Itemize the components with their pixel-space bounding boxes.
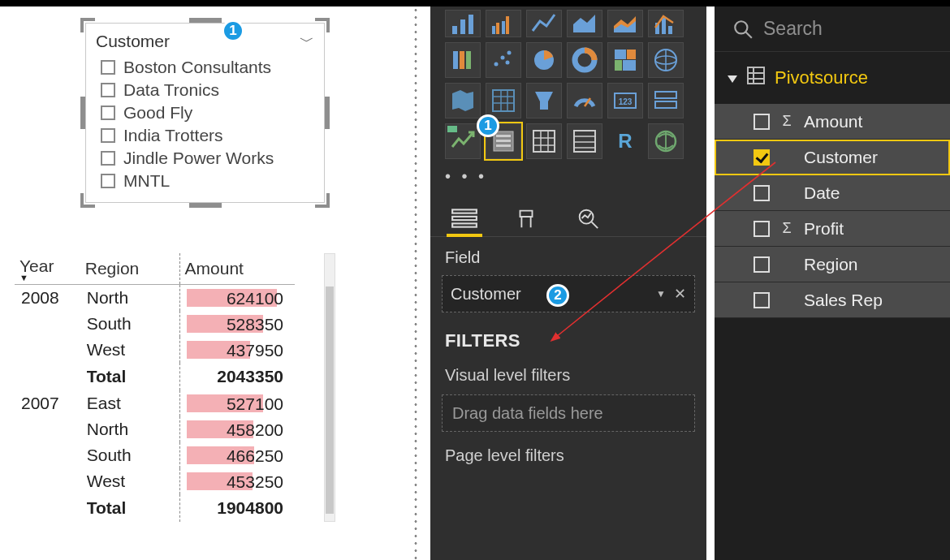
- field-section-label: Field: [430, 237, 706, 275]
- field-item-customer[interactable]: Customer: [715, 140, 950, 175]
- vertical-scrollbar[interactable]: [324, 253, 335, 522]
- ribbon-chart-icon[interactable]: [445, 42, 481, 78]
- table-body: 2008North624100South528350West437950Tota…: [15, 285, 295, 523]
- clustered-bar-icon[interactable]: [486, 10, 521, 37]
- card-viz-icon[interactable]: 123: [607, 83, 643, 118]
- table-row: South466250: [15, 442, 295, 468]
- gauge-viz-icon[interactable]: [567, 83, 602, 118]
- slicer-item-label: MNTL: [123, 171, 170, 191]
- fieldwell-remove-icon[interactable]: ✕: [674, 285, 686, 303]
- svg-rect-0: [452, 26, 457, 34]
- line-chart-icon[interactable]: [526, 10, 562, 37]
- chevron-down-icon[interactable]: ﹀: [300, 32, 314, 51]
- svg-rect-41: [452, 223, 477, 226]
- data-table-visual[interactable]: Year ▼ Region Amount 2008North624100Sout…: [15, 253, 323, 522]
- svg-rect-4: [496, 23, 499, 34]
- svg-rect-11: [460, 51, 464, 69]
- slicer-box[interactable]: Customer ﹀ Boston ConsultantsData Tronic…: [85, 23, 325, 203]
- pie-chart-icon[interactable]: [526, 42, 562, 78]
- slicer-visual[interactable]: 1 Customer ﹀ Boston ConsultantsData Tron…: [85, 23, 325, 203]
- svg-rect-36: [533, 131, 555, 152]
- field-item-region[interactable]: Region: [715, 247, 950, 282]
- svg-rect-2: [469, 15, 473, 34]
- field-item-profit[interactable]: ΣProfit: [715, 211, 950, 247]
- svg-text:123: 123: [619, 97, 633, 106]
- svg-point-16: [506, 61, 510, 65]
- r-visual-icon[interactable]: R: [607, 123, 643, 159]
- checkbox-icon[interactable]: [101, 106, 115, 120]
- svg-rect-12: [466, 51, 471, 69]
- scrollbar-thumb[interactable]: [326, 286, 334, 514]
- slicer-item-list: Boston ConsultantsData TronicsGood FlyIn…: [96, 56, 314, 192]
- fieldwell-dropdown-icon[interactable]: ▼: [656, 288, 666, 299]
- slicer-item[interactable]: Jindle Power Works: [96, 147, 314, 170]
- slicer-item[interactable]: India Trotters: [96, 124, 314, 147]
- format-tabs: [430, 196, 706, 237]
- scatter-chart-icon[interactable]: [486, 42, 521, 78]
- table-header-row[interactable]: Year ▼ Region Amount: [15, 253, 295, 285]
- slicer-item[interactable]: MNTL: [96, 170, 314, 192]
- svg-rect-20: [627, 50, 636, 59]
- more-visuals-ellipsis[interactable]: • • •: [430, 164, 706, 191]
- checkbox-icon[interactable]: [101, 60, 115, 75]
- slicer-viz-icon[interactable]: 1: [486, 123, 521, 159]
- stacked-bar-icon[interactable]: [445, 10, 481, 37]
- expand-triangle-icon[interactable]: [728, 75, 737, 83]
- top-black-bar: [0, 0, 950, 6]
- arcgis-map-icon[interactable]: [648, 123, 684, 159]
- field-item-amount[interactable]: ΣAmount: [715, 104, 950, 140]
- field-checkbox[interactable]: [754, 149, 770, 166]
- col-year-header[interactable]: Year ▼: [15, 253, 80, 285]
- panel-divider: [414, 6, 417, 560]
- fields-tab[interactable]: [445, 200, 484, 236]
- svg-rect-5: [502, 21, 505, 34]
- field-checkbox[interactable]: [754, 256, 770, 273]
- field-item-sales-rep[interactable]: Sales Rep: [715, 282, 950, 318]
- treemap-icon[interactable]: [607, 42, 643, 78]
- slicer-item[interactable]: Data Tronics: [96, 79, 314, 101]
- svg-rect-34: [496, 140, 511, 142]
- table-viz-icon[interactable]: [526, 123, 562, 159]
- field-checkbox[interactable]: [754, 114, 770, 130]
- slicer-item[interactable]: Good Fly: [96, 101, 314, 124]
- checkbox-icon[interactable]: [101, 174, 115, 188]
- donut-chart-icon[interactable]: [567, 42, 602, 78]
- table-node-pivotsource[interactable]: Pivotsource: [715, 52, 950, 104]
- field-item-date[interactable]: Date: [715, 175, 950, 211]
- slicer-header[interactable]: Customer ﹀: [96, 32, 314, 51]
- annotation-badge-1: 1: [222, 19, 244, 42]
- field-label: Profit: [804, 219, 844, 239]
- slicer-title: Customer: [96, 32, 170, 51]
- slicer-item-label: Data Tronics: [123, 80, 219, 100]
- svg-rect-35: [496, 144, 511, 147]
- checkbox-icon[interactable]: [101, 83, 115, 97]
- funnel-chart-icon[interactable]: [526, 83, 562, 118]
- field-checkbox[interactable]: [754, 292, 770, 308]
- matrix-viz-icon[interactable]: [486, 83, 521, 118]
- slicer-selection-handles[interactable]: Customer ﹀ Boston ConsultantsData Tronic…: [85, 23, 325, 203]
- field-label: Date: [804, 183, 840, 203]
- fields-search[interactable]: Search: [715, 6, 950, 52]
- shape-map-icon[interactable]: [445, 83, 481, 118]
- multi-card-icon[interactable]: [648, 83, 684, 118]
- visual-filters-dropzone[interactable]: Drag data fields here: [442, 394, 695, 432]
- combo-chart-icon[interactable]: [648, 10, 684, 37]
- search-placeholder: Search: [763, 18, 823, 40]
- col-amount-header[interactable]: Amount: [179, 253, 295, 285]
- checkbox-icon[interactable]: [101, 128, 115, 143]
- checkbox-icon[interactable]: [101, 151, 115, 166]
- format-tab[interactable]: [507, 200, 546, 236]
- field-checkbox[interactable]: [754, 221, 770, 237]
- matrix2-viz-icon[interactable]: [567, 123, 602, 159]
- slicer-item[interactable]: Boston Consultants: [96, 56, 314, 79]
- field-checkbox[interactable]: [754, 185, 770, 201]
- area-chart-icon[interactable]: [567, 10, 602, 37]
- stacked-area-icon[interactable]: [607, 10, 643, 37]
- filled-map-icon[interactable]: [648, 42, 684, 78]
- kpi-viz-icon[interactable]: [445, 123, 481, 159]
- svg-rect-26: [493, 90, 514, 111]
- col-region-header[interactable]: Region: [80, 253, 179, 285]
- analytics-tab[interactable]: [568, 200, 607, 236]
- field-well-customer[interactable]: Customer 2 ▼ ✕: [442, 275, 695, 312]
- slicer-item-label: Jindle Power Works: [123, 149, 274, 168]
